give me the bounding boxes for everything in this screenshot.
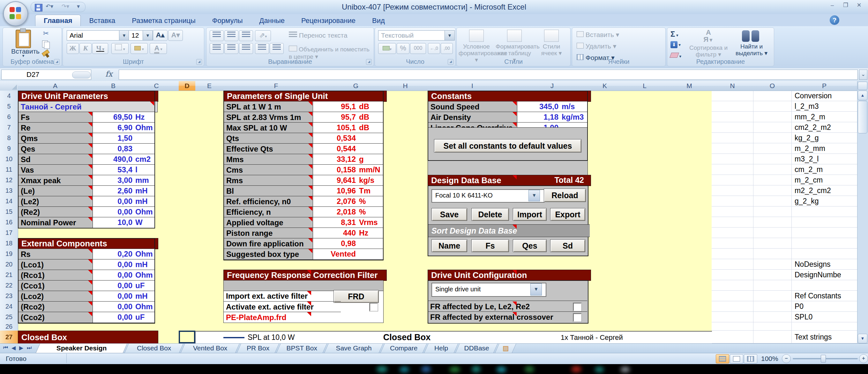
column-header-L[interactable]: L xyxy=(622,81,667,91)
fill-button[interactable]: ⬇ ▾ xyxy=(671,41,681,48)
maximize-button[interactable]: ❐ xyxy=(839,1,852,9)
column-header-M[interactable]: M xyxy=(667,81,712,91)
decrease-font-button[interactable]: A▾ xyxy=(168,30,183,41)
accounting-format-button[interactable]: ▾ xyxy=(378,43,396,54)
page-break-view-button[interactable] xyxy=(744,354,757,364)
vscroll-split-handle[interactable] xyxy=(858,82,867,90)
select-all-corner[interactable] xyxy=(0,81,18,91)
number-dialog-launcher-icon[interactable]: ◢ xyxy=(448,59,454,65)
cell-styles-button[interactable]: Стили ячеек ▾ xyxy=(534,30,568,57)
column-header-D[interactable]: D xyxy=(179,81,196,91)
frd-button[interactable]: FRD xyxy=(334,290,379,303)
column-header-P[interactable]: P xyxy=(792,81,858,91)
delete-button[interactable]: Delete xyxy=(471,208,509,221)
duc-config-select[interactable]: Single drive unit xyxy=(431,283,546,297)
duc-cb1-checkbox[interactable] xyxy=(573,303,582,311)
sort-fs-button[interactable]: Fs xyxy=(471,239,509,252)
column-header-H[interactable]: H xyxy=(383,81,428,91)
save-button[interactable]: Save xyxy=(431,208,467,221)
decrease-indent-button[interactable] xyxy=(255,43,269,54)
row-header-17[interactable]: 17 xyxy=(0,227,18,238)
align-middle-button[interactable] xyxy=(224,30,238,41)
copy-button[interactable] xyxy=(39,39,53,50)
ddb-driver-select-dropdown-icon[interactable]: ▼ xyxy=(528,190,540,201)
ribbon-tab-Вид[interactable]: Вид xyxy=(364,15,393,27)
row-header-19[interactable]: 19 xyxy=(0,249,18,259)
row-header-22[interactable]: 22 xyxy=(0,280,18,291)
row-header-9[interactable]: 9 xyxy=(0,143,18,154)
reload-button[interactable]: Reload xyxy=(544,189,586,202)
office-button[interactable] xyxy=(3,1,28,26)
row-header-26[interactable]: 26 xyxy=(0,322,18,331)
column-header-J[interactable]: J xyxy=(517,81,588,91)
undo-icon[interactable]: ↶▾ xyxy=(45,3,53,10)
row-header-18[interactable]: 18 xyxy=(0,238,18,249)
column-header-G[interactable]: G xyxy=(329,81,383,91)
scroll-down-icon[interactable]: ▼ xyxy=(858,334,867,343)
sheet-tab-Help[interactable]: Help xyxy=(424,344,458,353)
row-header-7[interactable]: 7 xyxy=(0,122,18,133)
frcf-activate-checkbox[interactable] xyxy=(370,303,378,311)
ribbon-tab-Данные[interactable]: Данные xyxy=(251,15,293,27)
align-bottom-button[interactable] xyxy=(239,30,253,41)
row-header-14[interactable]: 14 xyxy=(0,196,18,207)
chevron-down-icon[interactable]: ▼ xyxy=(119,31,129,40)
row-header-23[interactable]: 23 xyxy=(0,291,18,302)
find-select-button[interactable]: Найти и выделить ▾ xyxy=(731,29,772,57)
last-sheet-icon[interactable]: ⏭ xyxy=(27,345,32,351)
font-size-select[interactable]: 12▼ xyxy=(129,30,153,40)
sort-name-button[interactable]: Name xyxy=(431,239,467,252)
insert-worksheet-tab[interactable]: ▨ xyxy=(495,344,516,353)
normal-view-button[interactable] xyxy=(716,354,729,364)
next-sheet-icon[interactable]: ▶ xyxy=(19,345,23,351)
delete-cells-button[interactable]: Удалить ▾ xyxy=(577,42,616,50)
selected-cell-d27[interactable] xyxy=(179,331,195,343)
paste-button[interactable]: Вставить ▾ xyxy=(11,30,35,58)
align-left-button[interactable] xyxy=(210,43,224,54)
formula-input[interactable] xyxy=(119,69,858,80)
ribbon-tab-Разметка страницы[interactable]: Разметка страницы xyxy=(124,15,204,27)
row-header-24[interactable]: 24 xyxy=(0,301,18,312)
vertical-scroll-thumb[interactable] xyxy=(858,101,867,133)
zoom-in-icon[interactable]: + xyxy=(859,354,868,363)
autosum-button[interactable]: Σ ▾ xyxy=(671,30,678,39)
export-button[interactable]: Export xyxy=(550,208,585,221)
import-button[interactable]: Import xyxy=(513,208,547,221)
formula-bar-expand-icon[interactable]: ⌄ xyxy=(859,69,867,80)
bold-button[interactable]: Ж xyxy=(67,43,79,54)
column-header-I[interactable]: I xyxy=(428,81,517,91)
page-layout-view-button[interactable] xyxy=(730,354,743,364)
chevron-down-icon[interactable]: ▼ xyxy=(444,31,455,40)
row-header-15[interactable]: 15 xyxy=(0,207,18,217)
decrease-decimal-button[interactable]: ,00 xyxy=(441,43,453,54)
minimize-button[interactable]: – xyxy=(826,1,839,9)
sheet-tab-Closed Box[interactable]: Closed Box xyxy=(124,344,183,353)
sheet-tab-Compare[interactable]: Compare xyxy=(380,344,427,353)
font-color-button[interactable]: А ▾ xyxy=(150,43,167,54)
clipboard-dialog-launcher-icon[interactable]: ◢ xyxy=(54,59,60,65)
ribbon-tab-Рецензирование[interactable]: Рецензирование xyxy=(293,15,364,27)
row-header-11[interactable]: 11 xyxy=(0,164,18,175)
fill-color-button[interactable]: ▾ xyxy=(130,43,148,54)
insert-function-button[interactable]: fx xyxy=(105,69,112,79)
align-right-button[interactable] xyxy=(239,43,253,54)
row-header-20[interactable]: 20 xyxy=(0,259,18,270)
font-name-select[interactable]: Arial▼ xyxy=(67,30,129,40)
ribbon-tab-Главная[interactable]: Главная xyxy=(35,15,81,27)
sheet-tab-Vented Box[interactable]: Vented Box xyxy=(180,344,239,353)
column-header-A[interactable]: A xyxy=(18,81,93,91)
row-header-27[interactable]: 27 xyxy=(0,331,18,344)
alignment-dialog-launcher-icon[interactable]: ◢ xyxy=(366,59,372,65)
sheet-tab-Save Graph[interactable]: Save Graph xyxy=(324,344,383,353)
chevron-down-icon[interactable]: ▼ xyxy=(143,31,153,40)
sheet-tab-DDBase[interactable]: DDBase xyxy=(455,344,497,353)
column-header-O[interactable]: O xyxy=(753,81,792,91)
wrap-text-button[interactable]: Перенос текста xyxy=(289,32,347,39)
help-icon[interactable]: ? xyxy=(830,15,839,25)
align-center-button[interactable] xyxy=(224,43,238,54)
row-header-21[interactable]: 21 xyxy=(0,270,18,280)
prev-sheet-icon[interactable]: ◀ xyxy=(11,345,16,351)
font-dialog-launcher-icon[interactable]: ◢ xyxy=(196,59,202,65)
sheet-tab-PR Box[interactable]: PR Box xyxy=(237,344,279,353)
row-header-12[interactable]: 12 xyxy=(0,175,18,186)
